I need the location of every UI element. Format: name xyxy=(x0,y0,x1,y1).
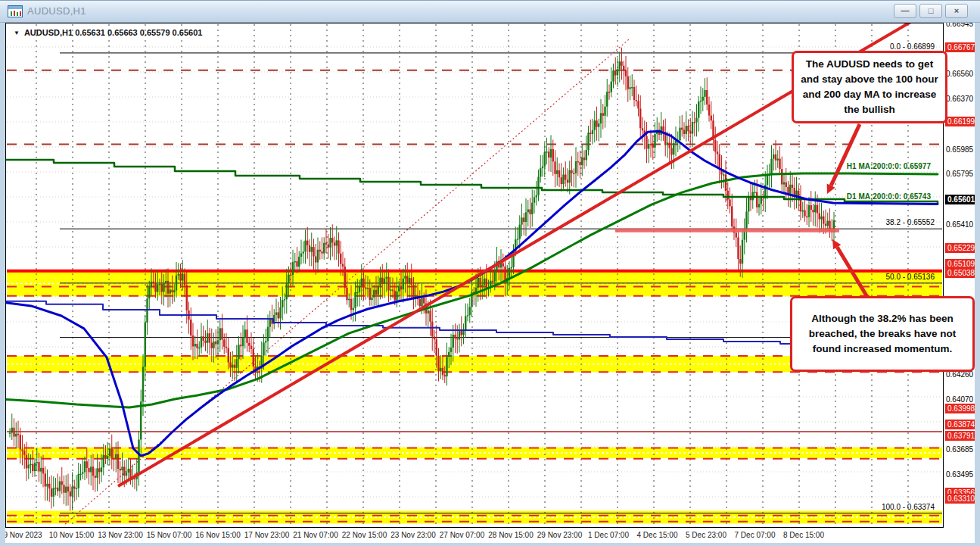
price-level-label: 0.66767 xyxy=(945,42,975,52)
time-axis-label: 13 Nov 23:00 xyxy=(98,531,143,539)
time-axis-label: 9 Nov 2023 xyxy=(5,531,42,539)
minimize-icon: — xyxy=(901,7,910,15)
chart-window-icon xyxy=(8,5,23,17)
ma-value-label: H1 MA:200:0:0: 0.65977 xyxy=(847,162,931,170)
ohlc-text: AUDUSD,H1 0.65631 0.65663 0.65579 0.6560… xyxy=(24,28,202,37)
minimize-button[interactable]: — xyxy=(894,4,916,18)
price-axis-label: 0.65795 xyxy=(946,169,973,179)
price-level-label: 0.66199 xyxy=(945,117,975,126)
price-axis-label: 0.66945 xyxy=(946,23,973,29)
time-axis-label: 8 Dec 15:00 xyxy=(783,531,824,539)
time-axis-label: 1 Dec 07:00 xyxy=(588,531,629,539)
close-button[interactable]: × xyxy=(945,4,968,18)
current-price-label: 0.65601 xyxy=(945,195,975,204)
symbol-expander-icon[interactable]: ▼ xyxy=(14,30,20,36)
price-axis-label: 0.64070 xyxy=(946,395,973,404)
window-title: AUDUSD,H1 xyxy=(27,5,86,17)
price-axis-label: 0.65410 xyxy=(946,220,973,229)
time-axis-label: 5 Dec 23:00 xyxy=(686,531,726,539)
time-axis-label: 10 Nov 15:00 xyxy=(49,531,95,539)
price-level-label: 0.63998 xyxy=(945,404,975,413)
price-level-label: 0.63874 xyxy=(945,420,975,429)
screenshot-root: { "window": { "title": "AUDUSD,H1", "ico… xyxy=(0,0,980,546)
price-level-label: 0.65229 xyxy=(945,243,975,253)
fibonacci-label: 50.0 - 0.65136 xyxy=(886,273,935,281)
time-axis-label: 29 Nov 23:00 xyxy=(537,531,583,539)
price-axis-label: 0.63685 xyxy=(946,445,973,454)
fibonacci-label: 38.2 - 0.65552 xyxy=(886,218,935,226)
price-axis-label: 0.65985 xyxy=(946,145,973,154)
chart-panel: ▼AUDUSD,H1 0.65631 0.65663 0.65579 0.656… xyxy=(5,23,975,543)
price-axis-label: 0.63495 xyxy=(946,470,973,479)
time-axis-label: 21 Nov 07:00 xyxy=(293,531,338,539)
time-axis-label: 28 Nov 15:00 xyxy=(488,531,534,539)
time-axis-label: 22 Nov 15:00 xyxy=(342,531,387,539)
chart-ohlc-header: ▼AUDUSD,H1 0.65631 0.65663 0.65579 0.656… xyxy=(14,28,202,37)
price-axis-label: 0.66370 xyxy=(946,94,973,104)
time-axis[interactable]: 9 Nov 202310 Nov 15:0013 Nov 23:0015 Nov… xyxy=(5,529,975,543)
annotation-text: Although the 38.2% has been breached, th… xyxy=(798,311,966,357)
time-axis-label: 7 Dec 07:00 xyxy=(735,531,776,539)
time-axis-label: 15 Nov 07:00 xyxy=(147,531,192,539)
time-axis-label: 17 Nov 23:00 xyxy=(244,531,290,539)
window-controls: — □ × xyxy=(894,4,968,18)
price-level-label: 0.65109 xyxy=(945,259,975,269)
close-icon: × xyxy=(954,7,959,15)
fibonacci-label: 100.0 - 0.63374 xyxy=(882,503,935,511)
restore-icon: □ xyxy=(929,7,934,15)
price-axis-label: 0.66560 xyxy=(946,69,973,79)
time-axis-label: 4 Dec 15:00 xyxy=(637,531,678,539)
time-axis-label: 16 Nov 15:00 xyxy=(195,531,241,539)
time-axis-label: 23 Nov 23:00 xyxy=(390,531,436,539)
annotation-box-bottom: Although the 38.2% has been breached, th… xyxy=(790,296,975,372)
price-level-label: 0.63310 xyxy=(945,494,975,504)
annotation-box-top: The AUDUSD needs to get and stay above t… xyxy=(792,51,947,123)
fibonacci-label: 0.0 - 0.66899 xyxy=(890,42,935,51)
price-level-label: 0.65038 xyxy=(945,268,975,278)
time-axis-label: 27 Nov 07:00 xyxy=(440,531,485,539)
annotation-text: The AUDUSD needs to get and stay above t… xyxy=(800,57,939,118)
price-axis[interactable]: 0.669450.665600.663700.659850.657950.654… xyxy=(944,23,975,528)
price-level-label: 0.63791 xyxy=(945,431,975,441)
restore-button[interactable]: □ xyxy=(919,4,942,18)
ma-value-label: D1 MA:200:0:0: 0.65743 xyxy=(847,192,931,201)
title-bar: AUDUSD,H1 — □ × xyxy=(0,1,980,23)
